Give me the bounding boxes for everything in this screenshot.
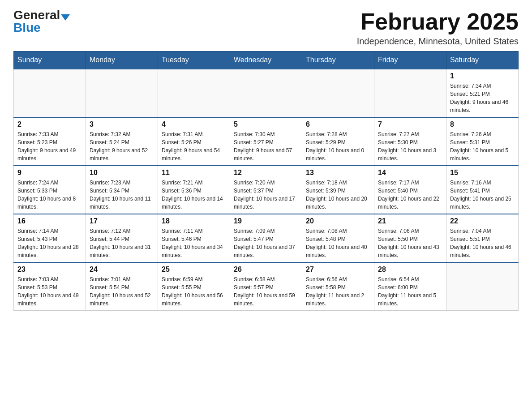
calendar-cell: 8Sunrise: 7:26 AMSunset: 5:31 PMDaylight… bbox=[446, 117, 519, 166]
calendar-cell: 28Sunrise: 6:54 AMSunset: 6:00 PMDayligh… bbox=[374, 262, 446, 311]
day-info: Sunrise: 7:33 AMSunset: 5:23 PMDaylight:… bbox=[17, 130, 82, 163]
day-number: 25 bbox=[162, 265, 226, 274]
day-number: 3 bbox=[90, 120, 154, 128]
day-number: 16 bbox=[17, 217, 82, 225]
weekday-header-wednesday: Wednesday bbox=[230, 51, 302, 69]
week-row-2: 2Sunrise: 7:33 AMSunset: 5:23 PMDaylight… bbox=[14, 117, 519, 166]
calendar-cell: 17Sunrise: 7:12 AMSunset: 5:44 PMDayligh… bbox=[86, 214, 158, 262]
calendar-cell: 23Sunrise: 7:03 AMSunset: 5:53 PMDayligh… bbox=[14, 262, 86, 311]
day-number: 19 bbox=[234, 217, 298, 225]
day-number: 6 bbox=[306, 120, 370, 128]
day-number: 9 bbox=[17, 169, 82, 177]
day-info: Sunrise: 7:06 AMSunset: 5:50 PMDaylight:… bbox=[378, 227, 442, 259]
day-info: Sunrise: 6:56 AMSunset: 5:58 PMDaylight:… bbox=[306, 275, 370, 308]
day-info: Sunrise: 7:09 AMSunset: 5:47 PMDaylight:… bbox=[234, 227, 298, 259]
week-row-1: 1Sunrise: 7:34 AMSunset: 5:21 PMDaylight… bbox=[14, 69, 519, 117]
day-number: 23 bbox=[17, 265, 82, 274]
day-number: 28 bbox=[378, 265, 442, 274]
day-info: Sunrise: 7:26 AMSunset: 5:31 PMDaylight:… bbox=[450, 130, 515, 163]
weekday-header-monday: Monday bbox=[86, 51, 158, 69]
week-row-5: 23Sunrise: 7:03 AMSunset: 5:53 PMDayligh… bbox=[14, 262, 519, 311]
calendar-cell: 12Sunrise: 7:20 AMSunset: 5:37 PMDayligh… bbox=[230, 166, 302, 214]
day-info: Sunrise: 7:16 AMSunset: 5:41 PMDaylight:… bbox=[450, 179, 515, 211]
calendar-cell: 11Sunrise: 7:21 AMSunset: 5:36 PMDayligh… bbox=[158, 166, 230, 214]
calendar-cell: 10Sunrise: 7:23 AMSunset: 5:34 PMDayligh… bbox=[86, 166, 158, 214]
day-number: 5 bbox=[234, 120, 298, 128]
calendar-cell bbox=[158, 69, 230, 117]
calendar-cell: 24Sunrise: 7:01 AMSunset: 5:54 PMDayligh… bbox=[86, 262, 158, 311]
day-info: Sunrise: 7:08 AMSunset: 5:48 PMDaylight:… bbox=[306, 227, 370, 259]
day-number: 15 bbox=[450, 169, 515, 177]
day-info: Sunrise: 7:30 AMSunset: 5:27 PMDaylight:… bbox=[234, 130, 298, 163]
calendar-cell: 6Sunrise: 7:28 AMSunset: 5:29 PMDaylight… bbox=[302, 117, 374, 166]
calendar-header: SundayMondayTuesdayWednesdayThursdayFrid… bbox=[14, 51, 519, 69]
weekday-header-saturday: Saturday bbox=[446, 51, 519, 69]
weekday-header-sunday: Sunday bbox=[14, 51, 86, 69]
day-number: 18 bbox=[162, 217, 226, 225]
day-number: 21 bbox=[378, 217, 442, 225]
week-row-4: 16Sunrise: 7:14 AMSunset: 5:43 PMDayligh… bbox=[14, 214, 519, 262]
day-info: Sunrise: 7:32 AMSunset: 5:24 PMDaylight:… bbox=[90, 130, 154, 163]
week-row-3: 9Sunrise: 7:24 AMSunset: 5:33 PMDaylight… bbox=[14, 166, 519, 214]
calendar-cell bbox=[230, 69, 302, 117]
day-number: 24 bbox=[90, 265, 154, 274]
calendar-cell: 15Sunrise: 7:16 AMSunset: 5:41 PMDayligh… bbox=[446, 166, 519, 214]
day-number: 17 bbox=[90, 217, 154, 225]
weekday-header-thursday: Thursday bbox=[302, 51, 374, 69]
day-info: Sunrise: 7:21 AMSunset: 5:36 PMDaylight:… bbox=[162, 179, 226, 211]
logo-blue-text: Blue bbox=[13, 21, 41, 34]
page-header: General Blue February 2025 Independence,… bbox=[13, 9, 519, 47]
calendar-subtitle: Independence, Minnesota, United States bbox=[357, 36, 519, 47]
day-number: 27 bbox=[306, 265, 370, 274]
day-info: Sunrise: 7:27 AMSunset: 5:30 PMDaylight:… bbox=[378, 130, 442, 163]
day-number: 12 bbox=[234, 169, 298, 177]
logo: General Blue bbox=[13, 9, 70, 34]
logo-top: General bbox=[13, 9, 70, 21]
day-number: 14 bbox=[378, 169, 442, 177]
calendar-cell: 13Sunrise: 7:18 AMSunset: 5:39 PMDayligh… bbox=[302, 166, 374, 214]
calendar-cell: 26Sunrise: 6:58 AMSunset: 5:57 PMDayligh… bbox=[230, 262, 302, 311]
day-number: 4 bbox=[162, 120, 226, 128]
calendar-cell: 18Sunrise: 7:11 AMSunset: 5:46 PMDayligh… bbox=[158, 214, 230, 262]
day-info: Sunrise: 6:54 AMSunset: 6:00 PMDaylight:… bbox=[378, 275, 442, 308]
day-number: 1 bbox=[450, 72, 515, 80]
day-number: 8 bbox=[450, 120, 515, 128]
day-info: Sunrise: 7:14 AMSunset: 5:43 PMDaylight:… bbox=[17, 227, 82, 259]
day-info: Sunrise: 7:23 AMSunset: 5:34 PMDaylight:… bbox=[90, 179, 154, 211]
day-number: 20 bbox=[306, 217, 370, 225]
weekday-header-friday: Friday bbox=[374, 51, 446, 69]
calendar-cell: 2Sunrise: 7:33 AMSunset: 5:23 PMDaylight… bbox=[14, 117, 86, 166]
calendar-cell: 1Sunrise: 7:34 AMSunset: 5:21 PMDaylight… bbox=[446, 69, 519, 117]
day-number: 26 bbox=[234, 265, 298, 274]
day-info: Sunrise: 7:17 AMSunset: 5:40 PMDaylight:… bbox=[378, 179, 442, 211]
day-info: Sunrise: 6:58 AMSunset: 5:57 PMDaylight:… bbox=[234, 275, 298, 308]
calendar-cell: 25Sunrise: 6:59 AMSunset: 5:55 PMDayligh… bbox=[158, 262, 230, 311]
day-info: Sunrise: 7:28 AMSunset: 5:29 PMDaylight:… bbox=[306, 130, 370, 163]
calendar-title: February 2025 bbox=[357, 9, 519, 34]
day-info: Sunrise: 7:24 AMSunset: 5:33 PMDaylight:… bbox=[17, 179, 82, 211]
calendar-cell bbox=[302, 69, 374, 117]
calendar-body: 1Sunrise: 7:34 AMSunset: 5:21 PMDaylight… bbox=[14, 69, 519, 311]
logo-general-text: General bbox=[13, 8, 60, 22]
day-info: Sunrise: 7:03 AMSunset: 5:53 PMDaylight:… bbox=[17, 275, 82, 308]
day-number: 22 bbox=[450, 217, 515, 225]
day-number: 13 bbox=[306, 169, 370, 177]
title-block: February 2025 Independence, Minnesota, U… bbox=[357, 9, 519, 47]
calendar-cell: 27Sunrise: 6:56 AMSunset: 5:58 PMDayligh… bbox=[302, 262, 374, 311]
day-info: Sunrise: 7:01 AMSunset: 5:54 PMDaylight:… bbox=[90, 275, 154, 308]
calendar-table: SundayMondayTuesdayWednesdayThursdayFrid… bbox=[13, 51, 519, 311]
weekday-header-tuesday: Tuesday bbox=[158, 51, 230, 69]
calendar-cell: 19Sunrise: 7:09 AMSunset: 5:47 PMDayligh… bbox=[230, 214, 302, 262]
day-number: 11 bbox=[162, 169, 226, 177]
calendar-cell: 20Sunrise: 7:08 AMSunset: 5:48 PMDayligh… bbox=[302, 214, 374, 262]
calendar-cell: 16Sunrise: 7:14 AMSunset: 5:43 PMDayligh… bbox=[14, 214, 86, 262]
day-info: Sunrise: 7:18 AMSunset: 5:39 PMDaylight:… bbox=[306, 179, 370, 211]
calendar-cell: 7Sunrise: 7:27 AMSunset: 5:30 PMDaylight… bbox=[374, 117, 446, 166]
calendar-cell: 5Sunrise: 7:30 AMSunset: 5:27 PMDaylight… bbox=[230, 117, 302, 166]
calendar-cell: 21Sunrise: 7:06 AMSunset: 5:50 PMDayligh… bbox=[374, 214, 446, 262]
calendar-cell bbox=[14, 69, 86, 117]
day-info: Sunrise: 7:04 AMSunset: 5:51 PMDaylight:… bbox=[450, 227, 515, 259]
day-number: 7 bbox=[378, 120, 442, 128]
calendar-cell: 4Sunrise: 7:31 AMSunset: 5:26 PMDaylight… bbox=[158, 117, 230, 166]
calendar-cell bbox=[446, 262, 519, 311]
